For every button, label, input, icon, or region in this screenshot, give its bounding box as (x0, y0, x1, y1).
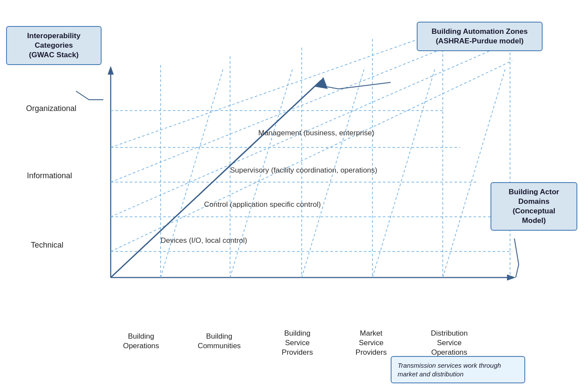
svg-line-15 (161, 67, 224, 278)
x-label-market-service-providers: MarketServiceProviders (347, 329, 395, 357)
zone-management: Management (business, enterprise) (258, 129, 374, 137)
svg-marker-1 (108, 66, 114, 75)
zone-supervisory: Supervisory (facility coordination, oper… (230, 166, 377, 175)
x-label-building-operations: BuildingOperations (119, 332, 163, 351)
x-label-distribution-service-operations: DistributionServiceOperations (421, 329, 477, 357)
svg-marker-25 (315, 77, 328, 89)
gwac-callout: Interoperability Categories (GWAC Stack) (6, 26, 102, 65)
zone-control: Control (application specific control) (204, 200, 321, 209)
y-label-technical: Technical (31, 241, 63, 250)
y-label-organizational: Organizational (26, 104, 76, 113)
svg-marker-3 (507, 274, 516, 281)
zone-devices: Devices (I/O, local control) (161, 236, 247, 245)
actor-callout: Building Actor Domains (Conceptual Model… (491, 182, 577, 231)
transmission-callout: Transmission services work through marke… (391, 356, 525, 383)
x-label-building-communities: BuildingCommunities (193, 332, 245, 351)
diagram-container: Interoperability Categories (GWAC Stack)… (0, 0, 586, 392)
svg-line-19 (443, 67, 506, 278)
ashrae-callout: Building Automation Zones (ASHRAE-Purdue… (417, 22, 543, 51)
svg-line-24 (111, 80, 321, 278)
svg-line-22 (111, 35, 477, 182)
y-label-informational: Informational (27, 171, 72, 180)
x-label-building-service-providers: BuildingServiceProviders (271, 329, 323, 357)
svg-line-18 (372, 67, 435, 278)
